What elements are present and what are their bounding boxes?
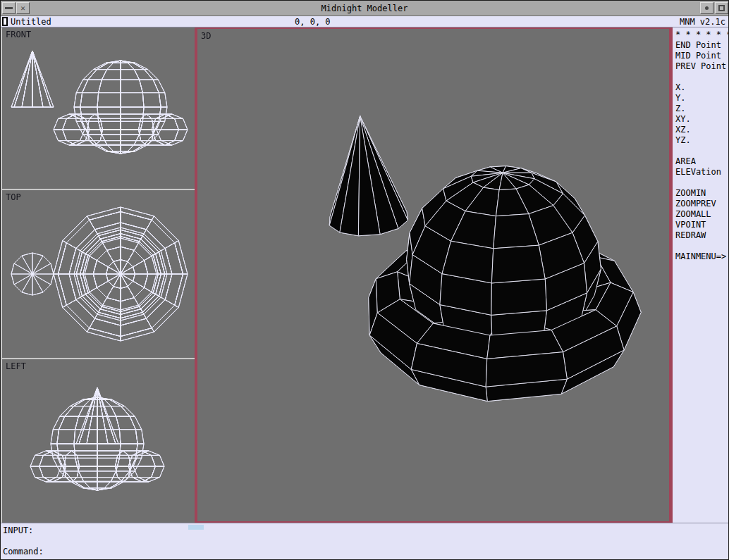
menu-item-x[interactable]: X. bbox=[675, 82, 729, 93]
viewport-top[interactable]: TOP bbox=[2, 189, 195, 358]
input-prompt-label: INPUT: bbox=[3, 525, 33, 535]
titlebar-iconify-button[interactable] bbox=[700, 2, 713, 14]
window-title: Midnight Modeller bbox=[1, 4, 728, 13]
menu-spacer bbox=[675, 241, 729, 251]
side-menu: * * * * * *END PointMID PointPREV PointX… bbox=[670, 27, 729, 523]
ortho-viewport-column: FRONT TOP LEFT bbox=[1, 27, 196, 523]
viewport-top-canvas[interactable] bbox=[2, 190, 195, 358]
titlebar[interactable]: ✕ Midnight Modeller bbox=[1, 1, 728, 16]
viewport-front[interactable]: FRONT bbox=[2, 27, 195, 189]
menu-item-xy[interactable]: XY. bbox=[675, 114, 729, 125]
menu-item-zoomall[interactable]: ZOOMALL bbox=[675, 209, 729, 220]
viewport-front-label: FRONT bbox=[6, 30, 31, 39]
file-block-icon bbox=[2, 17, 8, 26]
menu-item-xz[interactable]: XZ. bbox=[675, 125, 729, 135]
prompt-area[interactable]: INPUT: Command: bbox=[1, 523, 728, 560]
menu-item-vpoint[interactable]: VPOINT bbox=[675, 220, 729, 230]
menu-item-zoomprev[interactable]: ZOOMPREV bbox=[675, 199, 729, 209]
viewport-top-label: TOP bbox=[6, 192, 21, 202]
menu-spacer bbox=[675, 146, 729, 156]
coordinate-readout: 0, 0, 0 bbox=[295, 17, 331, 27]
viewport-3d-canvas[interactable] bbox=[197, 29, 669, 521]
viewport-front-canvas[interactable] bbox=[2, 27, 195, 189]
menu-item-y[interactable]: Y. bbox=[675, 93, 729, 104]
filename-label: Untitled bbox=[11, 17, 51, 27]
iconify-dot-icon bbox=[705, 6, 709, 10]
viewport-3d[interactable]: 3D bbox=[196, 27, 670, 523]
menu-item-area[interactable]: AREA bbox=[675, 156, 729, 167]
command-prompt-label[interactable]: Command: bbox=[3, 547, 44, 556]
app-version-label: MNM v2.1c bbox=[680, 17, 725, 27]
viewport-left[interactable]: LEFT bbox=[2, 358, 195, 521]
statusbar: Untitled 0, 0, 0 MNM v2.1c bbox=[1, 16, 728, 27]
menu-spacer bbox=[675, 178, 729, 188]
menu-item-mid-point[interactable]: MID Point bbox=[675, 51, 729, 61]
app-window: ✕ Midnight Modeller Untitled 0, 0, 0 MNM… bbox=[0, 0, 729, 560]
menu-item-elevation[interactable]: ELEVation bbox=[675, 167, 729, 178]
maximize-square-icon bbox=[718, 5, 725, 11]
menu-item-z[interactable]: Z. bbox=[675, 104, 729, 114]
titlebar-maximize-button[interactable] bbox=[715, 2, 728, 14]
menu-item-end-point[interactable]: END Point bbox=[675, 40, 729, 51]
menu-item-prev-point[interactable]: PREV Point bbox=[675, 61, 729, 72]
viewport-3d-label: 3D bbox=[201, 31, 211, 41]
menu-item-stars[interactable]: * * * * * * bbox=[675, 30, 729, 40]
menu-item-zoomin[interactable]: ZOOMIN bbox=[675, 188, 729, 199]
menu-item-redraw[interactable]: REDRAW bbox=[675, 230, 729, 241]
viewport-left-canvas[interactable] bbox=[2, 359, 195, 521]
menu-item-yz[interactable]: YZ. bbox=[675, 135, 729, 146]
viewport-left-label: LEFT bbox=[6, 361, 26, 371]
input-cursor-highlight bbox=[188, 525, 204, 530]
menu-item-mainmenu[interactable]: MAINMENU=> bbox=[675, 251, 729, 262]
menu-spacer bbox=[675, 72, 729, 82]
